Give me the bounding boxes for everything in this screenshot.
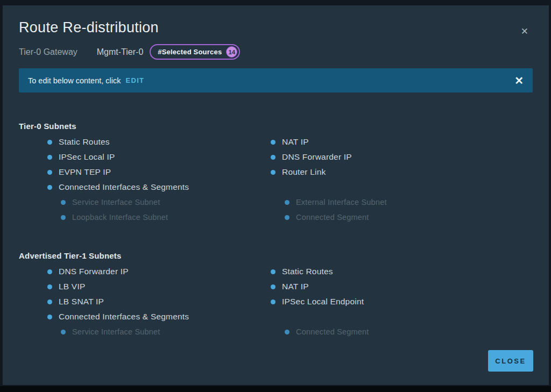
list-item: Connected Interfaces & Segments (19, 180, 271, 195)
list-item: NAT IP (271, 134, 533, 149)
list-item-label: IPSec Local Endpoint (282, 297, 364, 307)
table-row: Static Routes NAT IP (19, 134, 533, 149)
list-item: DNS Forwarder IP (19, 264, 271, 279)
list-item-label: EVPN TEP IP (59, 167, 111, 177)
list-item: DNS Forwarder IP (271, 149, 533, 165)
close-button[interactable]: CLOSE (488, 350, 533, 372)
gateway-name: Mgmt-Tier-0 (97, 47, 144, 57)
bullet-icon (271, 155, 276, 160)
table-row: EVPN TEP IP Router Link (19, 165, 533, 180)
table-row: DNS Forwarder IP Static Routes (19, 264, 533, 279)
page-title: Route Re-distribution (19, 19, 533, 36)
list-item: Connected Interfaces & Segments (19, 309, 271, 324)
selected-sources-count: 14 (226, 46, 237, 58)
bullet-icon (285, 330, 289, 334)
bullet-icon (271, 170, 276, 175)
list-item-label: Static Routes (282, 267, 333, 276)
table-row: IPSec Local IP DNS Forwarder IP (19, 149, 533, 165)
gateway-type-label: Tier-0 Gateway (19, 47, 77, 57)
list-item: Connected Segment (271, 210, 533, 225)
screen-bottom-edge (0, 386, 551, 392)
list-item-label: DNS Forwarder IP (59, 267, 129, 276)
bullet-icon (47, 300, 52, 304)
list-item-label: Connected Segment (296, 327, 369, 336)
table-row: Loopback Interface Subnet Connected Segm… (19, 210, 533, 225)
bullet-icon (61, 215, 66, 220)
list-item-label: Connected Interfaces & Segments (59, 312, 189, 322)
list-item-label: DNS Forwarder IP (282, 152, 352, 162)
bullet-icon (47, 140, 52, 145)
bullet-icon (47, 284, 52, 289)
list-item: Connected Segment (271, 324, 533, 339)
bullet-icon (47, 315, 52, 319)
bullet-icon (47, 170, 52, 175)
table-row: Service Interface Subnet External Interf… (19, 195, 533, 210)
bullet-icon (271, 284, 276, 289)
close-icon[interactable]: ✕ (521, 27, 528, 36)
bullet-icon (47, 185, 52, 190)
list-item-label: NAT IP (282, 282, 309, 291)
list-item: EVPN TEP IP (19, 165, 271, 180)
list-item-label: Router Link (282, 167, 326, 177)
list-item-label: Connected Segment (296, 213, 369, 222)
list-item: Static Routes (271, 264, 533, 279)
bullet-icon (47, 269, 52, 274)
banner-close-icon[interactable]: ✕ (514, 75, 524, 86)
table-row: Connected Interfaces & Segments (19, 309, 533, 324)
list-item: IPSec Local Endpoint (271, 294, 533, 309)
table-row: Service Interface Subnet Connected Segme… (19, 324, 533, 339)
bullet-icon (271, 269, 276, 274)
dialog-content: Tier-0 Subnets Static Routes NAT IP IPSe… (19, 122, 533, 339)
list-item: External Interface Subnet (271, 195, 533, 210)
list-item-label: Connected Interfaces & Segments (59, 182, 189, 192)
list-item-label: Loopback Interface Subnet (72, 213, 168, 222)
table-row: LB VIP NAT IP (19, 279, 533, 294)
section-advertised-tier1-subnets: Advertised Tier-1 Subnets DNS Forwarder … (19, 251, 533, 339)
list-item-label: LB SNAT IP (59, 297, 104, 307)
list-item-label: Service Interface Subnet (72, 327, 160, 336)
list-item-label: LB VIP (59, 282, 85, 291)
list-item: Router Link (271, 165, 533, 180)
bullet-icon (271, 140, 276, 145)
list-item: Loopback Interface Subnet (19, 210, 271, 225)
section-heading: Tier-0 Subnets (19, 122, 533, 131)
edit-info-banner: To edit below content, click EDIT ✕ (19, 68, 533, 92)
list-item: Static Routes (19, 134, 271, 149)
route-redistribution-dialog: Route Re-distribution ✕ Tier-0 Gateway M… (3, 5, 549, 385)
selected-sources-label: #Selected Sources (158, 48, 222, 56)
list-item-label: NAT IP (282, 137, 309, 147)
bullet-icon (285, 215, 289, 220)
section-tier0-subnets: Tier-0 Subnets Static Routes NAT IP IPSe… (19, 122, 533, 225)
bullet-icon (271, 300, 276, 304)
banner-message: To edit below content, click (28, 76, 121, 85)
table-row: LB SNAT IP IPSec Local Endpoint (19, 294, 533, 309)
bullet-icon (47, 155, 52, 160)
selected-sources-badge[interactable]: #Selected Sources 14 (150, 44, 240, 60)
list-item: NAT IP (271, 279, 533, 294)
list-item: LB VIP (19, 279, 271, 294)
list-item: LB SNAT IP (19, 294, 271, 309)
list-item-label: Service Interface Subnet (72, 198, 160, 206)
list-item-label: IPSec Local IP (59, 152, 115, 162)
empty-cell (271, 309, 533, 324)
list-item-label: Static Routes (59, 137, 110, 147)
empty-cell (271, 180, 533, 195)
table-row: Connected Interfaces & Segments (19, 180, 533, 195)
list-item: Service Interface Subnet (19, 195, 271, 210)
bullet-icon (61, 330, 66, 334)
list-item: IPSec Local IP (19, 149, 271, 165)
edit-link[interactable]: EDIT (125, 76, 144, 84)
bullet-icon (61, 200, 66, 205)
bullet-icon (285, 200, 289, 205)
list-item: Service Interface Subnet (19, 324, 271, 339)
section-heading: Advertised Tier-1 Subnets (19, 251, 533, 260)
list-item-label: External Interface Subnet (296, 198, 387, 206)
dialog-subheader: Tier-0 Gateway Mgmt-Tier-0 #Selected Sou… (19, 44, 533, 60)
